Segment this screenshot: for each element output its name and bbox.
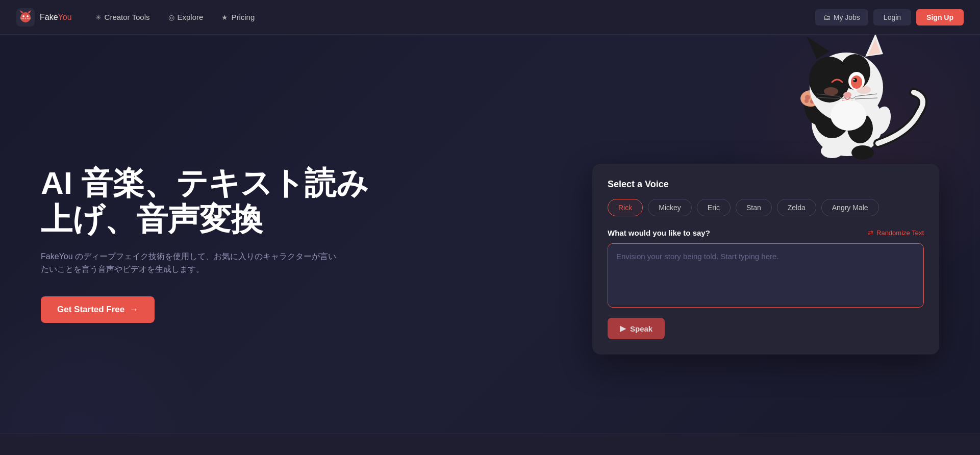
svg-point-21 [805, 99, 809, 103]
logo-icon [16, 8, 35, 27]
play-icon: ▶ [620, 324, 626, 333]
svg-point-39 [857, 86, 871, 94]
svg-point-14 [821, 144, 843, 158]
voice-btn-rick[interactable]: Rick [608, 199, 643, 216]
voice-rick-label: Rick [618, 204, 632, 212]
navbar: FakeYou ✳ Creator Tools ◎ Explore ★ Pric… [0, 0, 980, 35]
hero-right: Select a Voice Rick Mickey Eric Stan Zel… [582, 133, 939, 355]
hero-section: AI 音楽、テキスト読み上げ、音声変換 FakeYou のディープフェイク技術を… [0, 35, 980, 453]
mascot-image [766, 35, 929, 164]
explore-icon: ◎ [168, 13, 174, 21]
randomize-button[interactable]: ⇄ Randomize Text [868, 229, 924, 237]
pricing-icon: ★ [221, 13, 228, 21]
login-label: Login [884, 13, 901, 21]
svg-marker-26 [807, 36, 830, 59]
voice-btn-eric[interactable]: Eric [697, 199, 731, 216]
voice-card: Select a Voice Rick Mickey Eric Stan Zel… [592, 164, 939, 355]
nav-explore-label: Explore [178, 13, 204, 21]
voice-btn-angry-male[interactable]: Angry Male [821, 199, 879, 216]
logo[interactable]: FakeYou [16, 8, 72, 27]
voice-angry-male-label: Angry Male [832, 204, 868, 212]
bottom-bar [0, 434, 980, 455]
randomize-icon: ⇄ [868, 229, 873, 237]
voice-btn-stan[interactable]: Stan [736, 199, 772, 216]
signup-label: Sign Up [926, 13, 953, 21]
voice-btn-mickey[interactable]: Mickey [648, 199, 692, 216]
speak-label: Speak [630, 324, 652, 333]
speak-textarea[interactable] [608, 244, 923, 305]
voice-mickey-label: Mickey [659, 204, 681, 212]
briefcase-icon: 🗂 [823, 13, 831, 21]
my-jobs-button[interactable]: 🗂 My Jobs [815, 9, 868, 26]
mascot-container [766, 35, 929, 164]
creator-tools-icon: ✳ [95, 13, 102, 21]
svg-point-38 [824, 87, 838, 95]
voice-btn-zelda[interactable]: Zelda [777, 199, 816, 216]
svg-point-32 [853, 79, 855, 81]
svg-point-1 [20, 12, 31, 22]
say-label-row: What would you like to say? ⇄ Randomize … [608, 229, 924, 237]
nav-links: ✳ Creator Tools ◎ Explore ★ Pricing [88, 9, 262, 26]
nav-creator-tools[interactable]: ✳ Creator Tools [88, 9, 157, 26]
say-label: What would you like to say? [608, 229, 710, 237]
my-jobs-label: My Jobs [834, 13, 860, 21]
svg-point-40 [831, 100, 866, 131]
voice-card-title: Select a Voice [608, 179, 924, 190]
speak-button[interactable]: ▶ Speak [608, 318, 665, 339]
hero-left: AI 音楽、テキスト読み上げ、音声変換 FakeYou のディープフェイク技術を… [41, 165, 398, 323]
svg-point-15 [851, 145, 874, 160]
nav-explore[interactable]: ◎ Explore [161, 9, 211, 26]
navbar-left: FakeYou ✳ Creator Tools ◎ Explore ★ Pric… [16, 8, 262, 27]
voice-eric-label: Eric [708, 204, 720, 212]
nav-creator-tools-label: Creator Tools [105, 13, 150, 21]
voice-zelda-label: Zelda [788, 204, 806, 212]
randomize-label: Randomize Text [876, 229, 924, 237]
nav-pricing[interactable]: ★ Pricing [214, 9, 262, 26]
voice-stan-label: Stan [746, 204, 761, 212]
logo-fake: Fake [40, 13, 58, 21]
get-started-button[interactable]: Get Started Free → [41, 296, 155, 323]
arrow-icon: → [130, 305, 138, 315]
textarea-wrapper [608, 243, 924, 308]
svg-point-6 [25, 17, 27, 19]
logo-you: You [58, 13, 72, 21]
svg-point-5 [27, 15, 29, 17]
logo-text: FakeYou [40, 13, 72, 22]
hero-title: AI 音楽、テキスト読み上げ、音声変換 [41, 165, 378, 238]
voice-buttons: Rick Mickey Eric Stan Zelda Angry Male [608, 199, 924, 216]
login-button[interactable]: Login [873, 9, 911, 26]
navbar-right: 🗂 My Jobs Login Sign Up [815, 9, 964, 26]
svg-point-4 [22, 15, 24, 17]
get-started-label: Get Started Free [57, 305, 124, 315]
hero-subtitle: FakeYou のディープフェイク技術を使用して、お気に入りのキャラクターが言い… [41, 250, 337, 276]
nav-pricing-label: Pricing [231, 13, 255, 21]
signup-button[interactable]: Sign Up [916, 9, 964, 26]
